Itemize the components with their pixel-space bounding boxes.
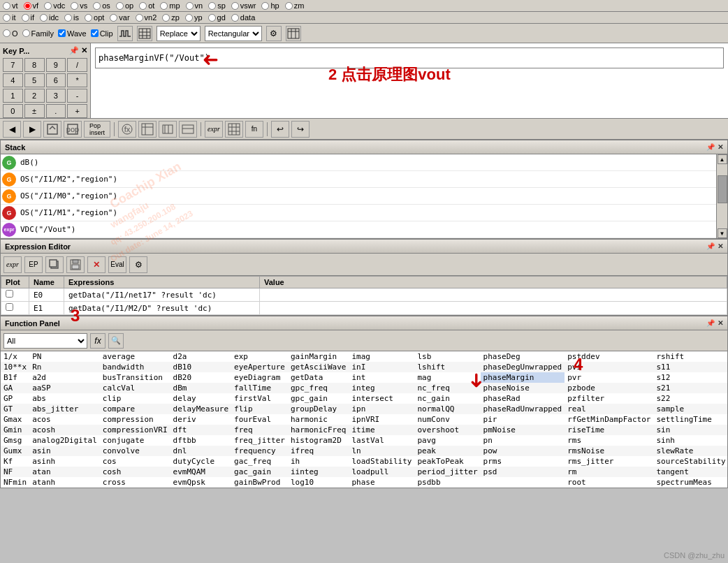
func-search-btn[interactable]: 🔍: [108, 333, 124, 349]
func-cell[interactable]: firstVal: [231, 393, 288, 404]
func-cell[interactable]: rfGetMinDampFactor: [565, 414, 653, 425]
func-cell[interactable]: delay: [170, 393, 231, 404]
func-cell[interactable]: calcVal: [100, 383, 170, 393]
radio-zp[interactable]: zp: [162, 13, 180, 22]
tb2-expr-btn[interactable]: expr: [205, 121, 223, 138]
settings-icon[interactable]: ⚙: [266, 26, 282, 41]
func-cell[interactable]: phaseDegUnwrapped: [481, 362, 565, 372]
func-cell[interactable]: prms: [481, 456, 565, 467]
stack-pin-btn[interactable]: 📌: [706, 143, 715, 151]
func-cell[interactable]: riseTime: [565, 425, 653, 435]
expr-row-0-expr[interactable]: getData("/I1/net17" ?result 'dc): [64, 288, 260, 302]
ee-save-btn[interactable]: [66, 256, 85, 273]
func-cell[interactable]: average: [100, 351, 170, 362]
radio-if[interactable]: if: [22, 13, 35, 22]
func-cell[interactable]: root: [565, 477, 653, 488]
table-icon[interactable]: [286, 26, 301, 41]
func-cell[interactable]: rmsNoise: [565, 446, 653, 456]
stack-scroll-up[interactable]: ▲: [718, 154, 727, 164]
func-cell[interactable]: overshoot: [414, 425, 480, 435]
rectangular-select[interactable]: Rectangular: [205, 26, 262, 41]
func-cell[interactable]: imag: [349, 351, 414, 362]
ee-expr-btn[interactable]: expr: [3, 256, 22, 273]
func-cell[interactable]: sin: [653, 425, 727, 435]
func-cell[interactable]: PN: [29, 351, 100, 362]
tb2-btn-6[interactable]: fx: [118, 121, 136, 138]
func-cell[interactable]: dB20: [170, 372, 231, 383]
func-cell[interactable]: itime: [349, 425, 414, 435]
func-cell[interactable]: NF: [1, 467, 29, 477]
func-cell[interactable]: d2a: [170, 351, 231, 362]
func-cell[interactable]: pmNoise: [481, 425, 565, 435]
expr-row-1-expr[interactable]: getData("/I1/M2/D" ?result 'dc): [64, 302, 260, 315]
func-cell[interactable]: abs_jitter: [29, 404, 100, 414]
radio-mp[interactable]: mp: [160, 1, 180, 10]
func-cell[interactable]: compressionVRI: [100, 425, 170, 435]
func-cell[interactable]: gac_gain: [231, 467, 288, 477]
func-cell[interactable]: NFmin: [1, 477, 29, 488]
tb2-pop-insert-btn[interactable]: Popinsert: [84, 121, 110, 138]
func-cell[interactable]: peak: [414, 446, 480, 456]
tb2-redo-btn[interactable]: ↪: [291, 121, 310, 138]
keypad-0[interactable]: 0: [3, 104, 23, 118]
func-cell[interactable]: int: [349, 372, 414, 383]
func-cell[interactable]: getData: [288, 372, 349, 383]
func-cell[interactable]: frequency: [231, 446, 288, 456]
func-panel-close-btn[interactable]: ✕: [718, 319, 723, 327]
nav-left-btn[interactable]: ◀: [3, 121, 21, 138]
radio-zm[interactable]: zm: [285, 1, 305, 10]
func-cell[interactable]: intersect: [349, 393, 414, 404]
func-cell[interactable]: groupDelay: [288, 404, 349, 414]
keypad-4[interactable]: 4: [3, 73, 23, 87]
radio-vt[interactable]: vt: [3, 1, 18, 10]
func-cell[interactable]: dB10: [170, 362, 231, 372]
func-cell[interactable]: rshift: [653, 351, 727, 362]
func-cell[interactable]: gpc_freq: [288, 383, 349, 393]
func-cell[interactable]: s11: [653, 362, 727, 372]
func-cell[interactable]: lastVal: [349, 435, 414, 446]
func-cell[interactable]: ipn: [349, 404, 414, 414]
tb2-btn-7[interactable]: [138, 121, 156, 138]
radio-var[interactable]: var: [110, 13, 129, 22]
func-cell[interactable]: Gmsg: [1, 435, 29, 446]
func-cell[interactable]: rm: [565, 467, 653, 477]
func-cell[interactable]: acos: [29, 414, 100, 425]
keypad-6[interactable]: 6: [46, 73, 66, 87]
func-cell[interactable]: phaseNoise: [481, 383, 565, 393]
keypad-plusminus[interactable]: ±: [24, 104, 45, 118]
func-cell[interactable]: settlingTime: [653, 414, 727, 425]
func-cell[interactable]: dftbb: [170, 435, 231, 446]
func-cell[interactable]: clip: [100, 393, 170, 404]
func-cell[interactable]: harmonic: [288, 414, 349, 425]
keypad-close-icon[interactable]: ✕: [81, 46, 87, 55]
ee-ep-btn[interactable]: EP: [24, 256, 43, 273]
func-cell[interactable]: dutyCycle: [170, 456, 231, 467]
keypad-9[interactable]: 9: [46, 58, 66, 72]
func-cell[interactable]: asin: [29, 446, 100, 456]
keypad-7[interactable]: 7: [3, 58, 23, 72]
keypad-div[interactable]: /: [67, 58, 87, 72]
func-cell[interactable]: loadpull: [349, 467, 414, 477]
func-cell[interactable]: tangent: [653, 467, 727, 477]
func-cell[interactable]: getAsciiWave: [288, 362, 349, 372]
func-cell[interactable]: peakToPeak: [414, 456, 480, 467]
func-cell[interactable]: ln: [349, 446, 414, 456]
func-cell[interactable]: normalQQ: [414, 404, 480, 414]
func-cell[interactable]: GA: [1, 383, 29, 393]
func-cell[interactable]: phaseDeg: [481, 351, 565, 362]
func-cell[interactable]: fallTime: [231, 383, 288, 393]
func-cell[interactable]: atanh: [29, 477, 100, 488]
tb2-fn-btn[interactable]: fn: [245, 121, 263, 138]
func-cell[interactable]: eyeAperture: [231, 362, 288, 372]
func-cell[interactable]: s22: [653, 393, 727, 404]
radio-ot[interactable]: ot: [139, 1, 154, 10]
func-cell[interactable]: gpc_gain: [288, 393, 349, 404]
func-cell[interactable]: s12: [653, 372, 727, 383]
radio-vn[interactable]: vn: [186, 1, 203, 10]
func-cell[interactable]: loadStability: [349, 456, 414, 467]
radio-vs[interactable]: vs: [71, 1, 87, 10]
func-cell[interactable]: ipnVRI: [349, 414, 414, 425]
func-cell[interactable]: slewRate: [653, 446, 727, 456]
tb2-btn-9[interactable]: [179, 121, 197, 138]
radio-yp[interactable]: yp: [185, 13, 203, 22]
